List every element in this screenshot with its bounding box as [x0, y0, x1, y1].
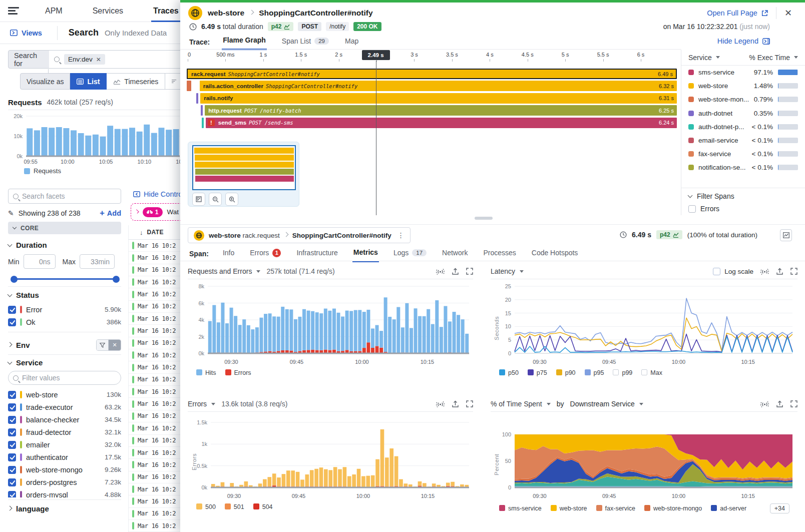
trace-list-row[interactable]: Mar 16 10:2: [129, 349, 188, 361]
core-group-header[interactable]: CORE: [8, 222, 121, 234]
language-facet-header[interactable]: language: [8, 504, 49, 513]
checkbox-icon[interactable]: [8, 453, 16, 461]
timeline-cursor[interactable]: [376, 61, 376, 215]
legend-service-row[interactable]: fax-service< 0.1%: [681, 147, 805, 161]
status-facet-row[interactable]: Ok386k: [8, 316, 121, 328]
time-spent-chart[interactable]: 05010009:3009:4510:0010:15: [491, 414, 797, 500]
filter-spans-toggle[interactable]: Filter Spans: [688, 192, 734, 200]
env-filter-chip[interactable]: Env:dev ✕: [64, 54, 105, 65]
chart-legend-item[interactable]: web-store-mongo: [644, 505, 702, 512]
duration-min-input[interactable]: [30, 258, 51, 266]
checkbox-icon[interactable]: [8, 306, 16, 314]
add-facet-button[interactable]: +Add: [100, 208, 121, 218]
checkbox-icon[interactable]: [688, 205, 696, 213]
legend-service-row[interactable]: email-service< 0.1%: [681, 134, 805, 147]
span-tab-errors[interactable]: Errors1: [249, 246, 282, 262]
flame-span-http.request[interactable]: http.requestPOST /notify-batch6.25 s: [205, 105, 677, 116]
latency-chart[interactable]: 051015202509:3009:4510:0010:15: [491, 280, 797, 366]
search-facets-field[interactable]: [22, 192, 107, 200]
export-icon[interactable]: [776, 268, 783, 275]
trace-list-row[interactable]: Mar 16 10:2: [129, 422, 188, 434]
service-facet-row[interactable]: authenticator17.5k: [8, 451, 121, 463]
env-facet-header[interactable]: Env: [8, 341, 30, 349]
span-chart-shortcut-button[interactable]: [780, 229, 792, 241]
expand-icon[interactable]: [466, 268, 473, 275]
chart-legend-item[interactable]: web-store: [551, 505, 587, 512]
chart-legend-item[interactable]: Hits: [196, 369, 216, 376]
requests-overview-chart[interactable]: 0k10k20k09:5510:0010:0510:1010: [8, 111, 181, 166]
checkbox-icon[interactable]: [8, 416, 16, 424]
checkbox-icon[interactable]: [8, 441, 16, 449]
service-facet-row[interactable]: web-store130k: [8, 388, 121, 401]
expand-icon[interactable]: [790, 400, 797, 407]
legend-service-row[interactable]: web-store-mon...0.79%: [681, 93, 805, 106]
duration-slider[interactable]: [14, 276, 116, 283]
trace-list-row[interactable]: Mar 16 10:2: [129, 276, 188, 288]
live-signal-icon[interactable]: [760, 268, 769, 275]
remove-chip-icon[interactable]: ✕: [96, 56, 101, 63]
span-tab-code-hotspots[interactable]: Code Hotspots: [531, 246, 579, 261]
flame-span-rails.action_controller[interactable]: rails.action_controllerShoppingCartContr…: [200, 81, 677, 91]
service-facet-row[interactable]: balance-checker34.5k: [8, 413, 121, 426]
service-facet-row[interactable]: web-store-mongo9.26k: [8, 463, 121, 476]
live-signal-icon[interactable]: [436, 400, 445, 408]
requests-errors-chart[interactable]: 0k2k4k6k8k09:3009:4510:0010:15: [188, 280, 473, 366]
chart-legend-item[interactable]: 500: [196, 503, 216, 510]
service-facet-header[interactable]: Service: [8, 358, 43, 367]
trace-list-row[interactable]: Mar 16 10:2: [129, 264, 188, 276]
kebab-menu-icon[interactable]: ⋮: [397, 231, 405, 239]
chart-legend-item[interactable]: p95: [585, 369, 604, 376]
minimap-viewport[interactable]: [192, 145, 296, 190]
trace-list-row[interactable]: Mar 16 10:2: [129, 386, 188, 398]
slider-handle-max[interactable]: [113, 276, 120, 283]
export-icon[interactable]: [452, 400, 459, 408]
trace-list-row[interactable]: Mar 16 10:2: [129, 447, 188, 459]
service-filter-field[interactable]: [22, 374, 102, 382]
zoom-in-icon[interactable]: [225, 193, 238, 206]
hide-legend-link[interactable]: Hide Legend: [717, 37, 770, 45]
latency-dropdown[interactable]: Latency: [491, 267, 524, 275]
legend-service-row[interactable]: notification-se...< 0.1%: [681, 161, 805, 174]
span-tab-infrastructure[interactable]: Infrastructure: [295, 246, 338, 261]
duration-max-input[interactable]: [86, 258, 110, 266]
viz-mode-list[interactable]: List: [70, 73, 107, 90]
close-icon[interactable]: ✕: [784, 8, 792, 19]
chart-legend-item[interactable]: p99: [613, 369, 632, 376]
flame-graph[interactable]: 0500 ms1 s1.5 s2 s2.5 s3 s3.5 s4 s4.5 s5…: [180, 50, 681, 215]
trace-list-row[interactable]: Mar 16 10:2: [129, 459, 188, 471]
trace-list-row[interactable]: Mar 16 10:2: [129, 252, 188, 264]
expand-icon[interactable]: [466, 400, 473, 407]
env-filter-icon-button[interactable]: [97, 339, 109, 351]
checkbox-icon[interactable]: [8, 318, 16, 326]
export-icon[interactable]: [776, 400, 783, 408]
zoom-out-icon[interactable]: [209, 193, 222, 206]
legend-service-row[interactable]: auth-dotnet-p...< 0.1%: [681, 120, 805, 134]
open-full-page-link[interactable]: Open Full Page: [707, 9, 768, 17]
duration-facet-header[interactable]: Duration: [8, 241, 47, 249]
trace-list-row[interactable]: Mar 16 10:2: [129, 435, 188, 447]
nav-item-traces[interactable]: Traces: [151, 0, 181, 22]
trace-list-row[interactable]: Mar 16 10:2: [129, 240, 188, 252]
flame-span-rails.notify[interactable]: rails.notify6.31 s: [200, 93, 677, 104]
trace-tab-map[interactable]: Map: [344, 35, 359, 50]
checkbox-icon[interactable]: [8, 491, 16, 498]
trace-list-row[interactable]: Mar 16 10:2: [129, 301, 188, 313]
trace-list-row[interactable]: Mar 16 10:2: [129, 374, 188, 386]
trace-list-row[interactable]: Mar 16 10:2: [129, 313, 188, 325]
menu-icon[interactable]: [8, 7, 19, 15]
requests-errors-dropdown[interactable]: Requests and Errors: [188, 267, 260, 275]
trace-list-row[interactable]: Mar 16 10:2: [129, 483, 188, 495]
trace-list-row[interactable]: Mar 16 10:2: [129, 520, 188, 532]
nav-item-services[interactable]: Services: [91, 0, 125, 22]
legend-service-row[interactable]: web-store1.48%: [681, 79, 805, 93]
service-facet-row[interactable]: orders-postgres7.23k: [8, 476, 121, 488]
trace-tab-flame-graph[interactable]: Flame Graph: [222, 34, 267, 50]
trace-list-row[interactable]: Mar 16 10:2: [129, 508, 188, 520]
legend-more-badge[interactable]: +34: [770, 503, 789, 513]
chart-legend-item[interactable]: p75: [528, 369, 547, 376]
trace-list-row[interactable]: Mar 16 10:2: [129, 337, 188, 349]
live-signal-icon[interactable]: [760, 400, 769, 408]
trace-list-row[interactable]: Mar 16 10:2: [129, 471, 188, 483]
chart-legend-item[interactable]: 501: [225, 503, 244, 510]
flame-minimap[interactable]: [188, 142, 299, 207]
